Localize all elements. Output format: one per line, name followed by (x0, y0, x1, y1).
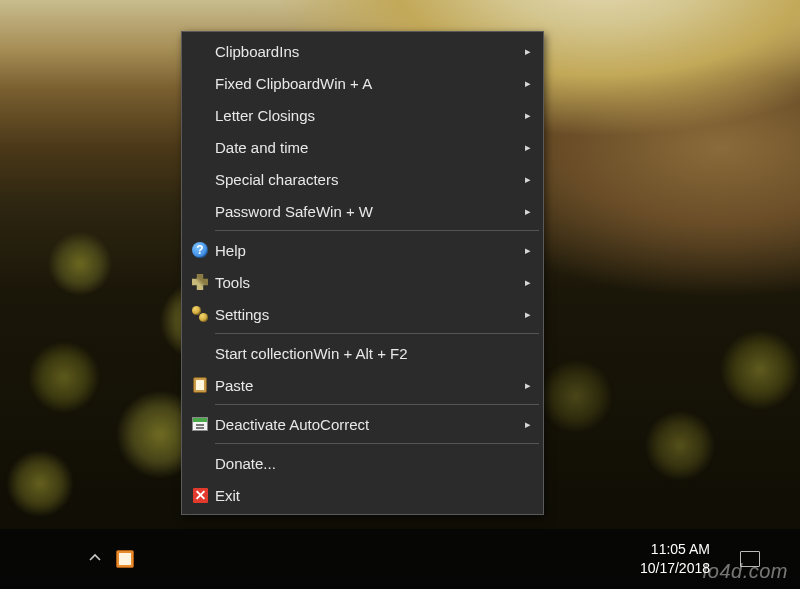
menu-item-special-characters[interactable]: Special characters▸ (185, 163, 540, 195)
menu-item-label: Clipboard (215, 43, 279, 60)
menu-item-label: Password Safe (215, 203, 316, 220)
autocorrect-icon (185, 417, 215, 431)
submenu-arrow-icon: ▸ (520, 308, 536, 321)
menu-separator (215, 404, 539, 405)
settings-icon (185, 306, 215, 322)
menu-item-letter-closings[interactable]: Letter Closings▸ (185, 99, 540, 131)
menu-item-tools[interactable]: Tools▸ (185, 266, 540, 298)
menu-item-label: Deactivate AutoCorrect (215, 416, 369, 433)
clock-time: 11:05 AM (640, 540, 710, 559)
menu-item-shortcut: Win + Alt + F2 (313, 345, 407, 362)
help-icon: ? (185, 242, 215, 258)
submenu-arrow-icon: ▸ (520, 205, 536, 218)
menu-item-label: Paste (215, 377, 253, 394)
submenu-arrow-icon: ▸ (520, 379, 536, 392)
menu-separator (215, 230, 539, 231)
menu-item-label: Settings (215, 306, 269, 323)
submenu-arrow-icon: ▸ (520, 173, 536, 186)
menu-item-clipboard[interactable]: ClipboardIns▸ (185, 35, 540, 67)
menu-item-label: Date and time (215, 139, 308, 156)
menu-item-donate[interactable]: Donate... (185, 447, 540, 479)
menu-item-label: Start collection (215, 345, 313, 362)
menu-item-fixed-clipboard[interactable]: Fixed ClipboardWin + A▸ (185, 67, 540, 99)
submenu-arrow-icon: ▸ (520, 276, 536, 289)
clock-date: 10/17/2018 (640, 559, 710, 578)
submenu-arrow-icon: ▸ (520, 109, 536, 122)
submenu-arrow-icon: ▸ (520, 77, 536, 90)
submenu-arrow-icon: ▸ (520, 244, 536, 257)
menu-item-label: Tools (215, 274, 250, 291)
menu-item-start-collection[interactable]: Start collectionWin + Alt + F2 (185, 337, 540, 369)
tray-app-icon[interactable] (116, 550, 134, 568)
taskbar: 11:05 AM 10/17/2018 (0, 529, 800, 589)
menu-item-label: Special characters (215, 171, 338, 188)
menu-item-help[interactable]: ?Help▸ (185, 234, 540, 266)
menu-separator (215, 333, 539, 334)
menu-separator (215, 443, 539, 444)
menu-item-password-safe[interactable]: Password SafeWin + W▸ (185, 195, 540, 227)
menu-item-exit[interactable]: Exit (185, 479, 540, 511)
menu-item-deactivate-autocorrect[interactable]: Deactivate AutoCorrect▸ (185, 408, 540, 440)
menu-item-shortcut: Ins (279, 43, 299, 60)
menu-item-shortcut: Win + W (316, 203, 373, 220)
paste-icon (185, 377, 215, 393)
menu-item-label: Donate... (215, 455, 276, 472)
tray-context-menu: ClipboardIns▸Fixed ClipboardWin + A▸Lett… (181, 31, 544, 515)
menu-item-shortcut: Win + A (320, 75, 372, 92)
submenu-arrow-icon: ▸ (520, 418, 536, 431)
tools-icon (185, 274, 215, 290)
menu-item-label: Help (215, 242, 246, 259)
menu-item-label: Letter Closings (215, 107, 315, 124)
submenu-arrow-icon: ▸ (520, 141, 536, 154)
menu-item-date-and-time[interactable]: Date and time▸ (185, 131, 540, 163)
menu-item-settings[interactable]: Settings▸ (185, 298, 540, 330)
menu-item-paste[interactable]: Paste▸ (185, 369, 540, 401)
taskbar-clock[interactable]: 11:05 AM 10/17/2018 (640, 540, 710, 578)
tray-overflow-chevron-icon[interactable] (88, 551, 102, 568)
submenu-arrow-icon: ▸ (520, 45, 536, 58)
system-tray (88, 550, 134, 568)
menu-item-label: Exit (215, 487, 240, 504)
menu-item-label: Fixed Clipboard (215, 75, 320, 92)
watermark: lo4d.com (703, 560, 788, 583)
exit-icon (185, 488, 215, 503)
